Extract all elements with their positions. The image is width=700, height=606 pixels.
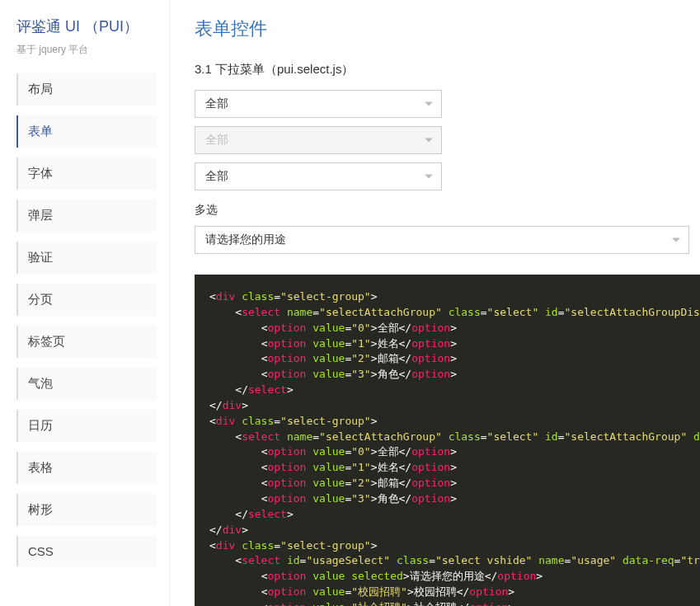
nav-item[interactable]: 字体 xyxy=(16,157,157,190)
nav-item[interactable]: 表单 xyxy=(16,115,157,148)
nav-item[interactable]: CSS xyxy=(16,536,157,566)
brand-subtitle: 基于 jquery 平台 xyxy=(16,43,157,57)
code-example: <div class="select-group"> <select name=… xyxy=(195,275,700,606)
page-title: 表单控件 xyxy=(195,16,700,41)
select-list: 全部全部全部 xyxy=(195,90,700,190)
chevron-down-icon xyxy=(425,139,433,143)
nav-item[interactable]: 验证 xyxy=(16,242,157,274)
chevron-down-icon xyxy=(672,238,680,242)
nav-item[interactable]: 气泡 xyxy=(16,368,157,400)
nav-item[interactable]: 树形 xyxy=(16,494,157,526)
select-dropdown[interactable]: 全部 xyxy=(195,162,442,190)
chevron-down-icon xyxy=(425,102,433,106)
select-value: 全部 xyxy=(205,133,228,148)
select-value: 全部 xyxy=(205,169,228,184)
nav-item[interactable]: 标签页 xyxy=(16,326,157,358)
main-content: 表单控件 3.1 下拉菜单（pui.select.js） 全部全部全部 多选 请… xyxy=(170,0,700,606)
multi-select-label: 多选 xyxy=(195,203,700,218)
nav-item[interactable]: 日历 xyxy=(16,410,157,442)
nav-item[interactable]: 表格 xyxy=(16,452,157,484)
nav-item[interactable]: 分页 xyxy=(16,284,157,316)
nav-item[interactable]: 弹层 xyxy=(16,200,157,232)
nav-list: 布局表单字体弹层验证分页标签页气泡日历表格树形CSS xyxy=(16,73,157,566)
select-dropdown[interactable]: 全部 xyxy=(195,90,442,118)
multi-select-dropdown[interactable]: 请选择您的用途 xyxy=(195,226,689,254)
nav-item[interactable]: 布局 xyxy=(16,73,157,106)
sidebar: 评鉴通 UI （PUI） 基于 jquery 平台 布局表单字体弹层验证分页标签… xyxy=(0,0,170,606)
select-value: 全部 xyxy=(205,96,228,111)
chevron-down-icon xyxy=(425,175,433,179)
select-dropdown: 全部 xyxy=(195,126,442,154)
section-title: 3.1 下拉菜单（pui.select.js） xyxy=(195,62,700,78)
multi-select-value: 请选择您的用途 xyxy=(205,233,286,247)
app-root: 评鉴通 UI （PUI） 基于 jquery 平台 布局表单字体弹层验证分页标签… xyxy=(0,0,700,606)
brand-title: 评鉴通 UI （PUI） xyxy=(16,16,157,36)
